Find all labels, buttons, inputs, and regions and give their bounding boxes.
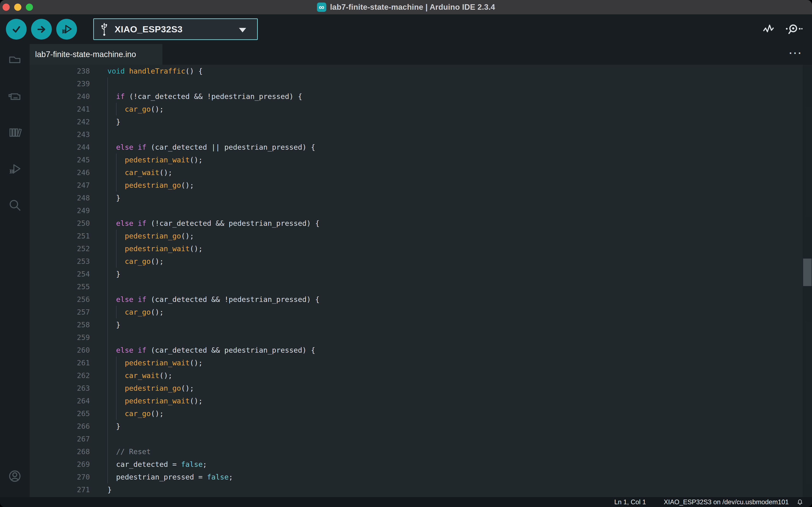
sidebar-item-sketchbook[interactable] xyxy=(7,52,22,67)
line-number: 267 xyxy=(30,433,90,445)
code-line[interactable]: 265 car_go(); xyxy=(30,407,812,420)
code-line[interactable]: 239 xyxy=(30,77,812,90)
serial-monitor-icon[interactable] xyxy=(785,22,803,36)
code-line[interactable]: 242 } xyxy=(30,115,812,128)
library-manager-icon xyxy=(7,125,22,140)
board-selector-dropdown[interactable]: XIAO_ESP32S3 xyxy=(93,18,258,40)
serial-plotter-icon[interactable] xyxy=(762,22,775,36)
line-number: 250 xyxy=(30,217,90,230)
line-number: 254 xyxy=(30,268,90,280)
zoom-button[interactable] xyxy=(26,4,33,11)
line-number: 249 xyxy=(30,204,90,217)
line-number: 261 xyxy=(30,356,90,369)
code-line[interactable]: 253 car_go(); xyxy=(30,255,812,268)
line-number: 256 xyxy=(30,293,90,306)
boards-manager-icon xyxy=(7,89,22,104)
line-number: 270 xyxy=(30,471,90,483)
close-button[interactable] xyxy=(3,4,10,11)
line-number: 262 xyxy=(30,369,90,382)
code-editor[interactable]: 238void handleTraffic() {239240 if (!car… xyxy=(30,65,812,497)
tab-more-actions-icon[interactable]: ··· xyxy=(789,47,803,59)
line-number: 258 xyxy=(30,319,90,331)
code-line[interactable]: 244 else if (car_detected || pedestrian_… xyxy=(30,141,812,154)
statusbar: Ln 1, Col 1 XIAO_ESP32S3 on /dev/cu.usbm… xyxy=(0,497,812,507)
code-line[interactable]: 270 pedestrian_pressed = false; xyxy=(30,471,812,483)
code-line[interactable]: 250 else if (!car_detected && pedestrian… xyxy=(30,217,812,230)
sidebar-item-search[interactable] xyxy=(7,198,22,213)
code-line[interactable]: 238void handleTraffic() { xyxy=(30,65,812,77)
code-line[interactable]: 268 // Reset xyxy=(30,445,812,458)
indent-guide xyxy=(107,280,108,293)
line-number: 242 xyxy=(30,115,90,128)
code-line[interactable]: 245 pedestrian_wait(); xyxy=(30,154,812,166)
line-number: 238 xyxy=(30,65,90,77)
indent-guide xyxy=(107,204,108,217)
traffic-lights xyxy=(3,4,33,11)
code-line[interactable]: 254 } xyxy=(30,268,812,280)
code-line[interactable]: 251 pedestrian_go(); xyxy=(30,230,812,242)
line-number: 251 xyxy=(30,230,90,242)
code-line[interactable]: 240 if (!car_detected && !pedestrian_pre… xyxy=(30,90,812,103)
debug-play-bug-icon xyxy=(60,22,73,36)
code-line[interactable]: 257 car_go(); xyxy=(30,306,812,319)
line-number: 266 xyxy=(30,420,90,433)
line-number: 255 xyxy=(30,280,90,293)
usb-icon xyxy=(100,21,108,37)
code-line[interactable]: 246 car_wait(); xyxy=(30,166,812,179)
code-line[interactable]: 261 pedestrian_wait(); xyxy=(30,356,812,369)
sidebar-item-debug[interactable] xyxy=(7,162,22,176)
code-line[interactable]: 258 } xyxy=(30,319,812,331)
line-number: 271 xyxy=(30,483,90,496)
indent-guide xyxy=(107,77,108,90)
code-line[interactable]: 259 xyxy=(30,331,812,344)
sidebar-item-boards-manager[interactable] xyxy=(7,89,22,104)
code-line[interactable]: 263 pedestrian_go(); xyxy=(30,382,812,395)
code-line[interactable]: 266 } xyxy=(30,420,812,433)
sidebar-item-account[interactable] xyxy=(7,469,22,484)
sidebar xyxy=(0,44,30,497)
scrollbar-thumb[interactable] xyxy=(803,259,812,286)
code-line[interactable]: 248 } xyxy=(30,191,812,204)
code-line[interactable]: 260 else if (car_detected && pedestrian_… xyxy=(30,344,812,356)
minimize-button[interactable] xyxy=(14,4,21,11)
arduino-infinity-icon: ∞ xyxy=(317,3,326,12)
board-connection-status: XIAO_ESP32S3 on /dev/cu.usbmodem101 xyxy=(664,498,789,506)
line-number: 252 xyxy=(30,242,90,255)
upload-button[interactable] xyxy=(31,19,52,40)
line-number: 247 xyxy=(30,179,90,191)
line-number: 269 xyxy=(30,458,90,471)
line-number: 243 xyxy=(30,128,90,141)
code-line[interactable]: 252 pedestrian_wait(); xyxy=(30,242,812,255)
code-line[interactable]: 255 xyxy=(30,280,812,293)
code-line[interactable]: 267 xyxy=(30,433,812,445)
toolbar: XIAO_ESP32S3 xyxy=(0,14,812,44)
code-line[interactable]: 262 car_wait(); xyxy=(30,369,812,382)
debug-icon xyxy=(7,162,22,176)
code-area: 238void handleTraffic() {239240 if (!car… xyxy=(30,65,812,496)
code-line[interactable]: 241 car_go(); xyxy=(30,103,812,115)
code-line[interactable]: 264 pedestrian_wait(); xyxy=(30,395,812,407)
code-line[interactable]: 243 xyxy=(30,128,812,141)
line-number: 260 xyxy=(30,344,90,356)
notifications-bell-icon[interactable] xyxy=(796,498,804,506)
tab-lab7-finite-state-machine[interactable]: lab7-finite-state-machine.ino xyxy=(30,44,162,65)
line-number: 253 xyxy=(30,255,90,268)
sidebar-item-library-manager[interactable] xyxy=(7,125,22,140)
debug-button[interactable] xyxy=(56,19,77,40)
code-line[interactable]: 256 else if (car_detected && !pedestrian… xyxy=(30,293,812,306)
window-title: lab7-finite-state-machine | Arduino IDE … xyxy=(330,3,495,12)
code-line[interactable]: 247 pedestrian_go(); xyxy=(30,179,812,191)
code-line[interactable]: 249 xyxy=(30,204,812,217)
line-number: 246 xyxy=(30,166,90,179)
line-number: 240 xyxy=(30,90,90,103)
verify-button[interactable] xyxy=(6,19,26,40)
code-line[interactable]: 269 car_detected = false; xyxy=(30,458,812,471)
tabbar: lab7-finite-state-machine.ino ··· xyxy=(30,44,812,65)
code-line[interactable]: 271} xyxy=(30,483,812,496)
line-number: 257 xyxy=(30,306,90,319)
dropdown-caret-icon xyxy=(239,28,246,32)
line-number: 268 xyxy=(30,445,90,458)
indent-guide xyxy=(107,128,108,141)
sketchbook-folder-icon xyxy=(7,52,22,67)
line-number: 263 xyxy=(30,382,90,395)
